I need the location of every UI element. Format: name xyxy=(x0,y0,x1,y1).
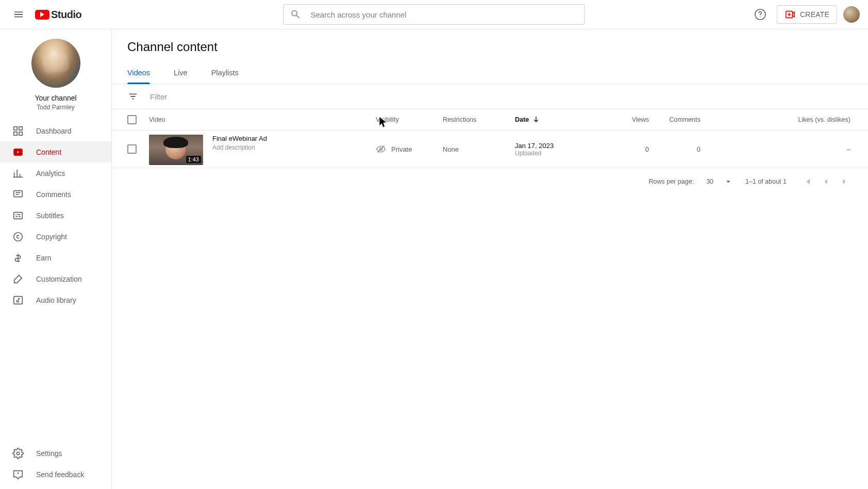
sidebar-item-comments[interactable]: Comments xyxy=(0,184,111,205)
hamburger-icon xyxy=(13,9,24,20)
date-cell: Jan 17, 2023 Uploaded xyxy=(515,142,597,157)
sidebar-item-label: Content xyxy=(36,148,61,156)
column-header-likes[interactable]: Likes (vs. dislikes) xyxy=(700,116,853,123)
subtitles-icon xyxy=(12,210,24,221)
rows-per-page-label: Rows per page: xyxy=(649,178,694,185)
sidebar-item-label: Customization xyxy=(36,275,82,283)
svg-rect-3 xyxy=(14,126,17,129)
column-header-comments[interactable]: Comments xyxy=(649,116,700,123)
column-header-restrictions[interactable]: Restrictions xyxy=(443,116,515,123)
video-duration: 1:43 xyxy=(186,156,201,163)
sidebar-item-settings[interactable]: Settings xyxy=(0,443,111,464)
first-page-button[interactable] xyxy=(799,173,815,190)
row-checkbox[interactable] xyxy=(127,144,137,154)
earn-icon xyxy=(12,252,24,264)
column-header-visibility[interactable]: Visibility xyxy=(376,116,443,123)
arrow-down-icon xyxy=(532,116,540,124)
video-thumbnail[interactable]: 1:43 xyxy=(149,135,203,165)
next-page-button[interactable] xyxy=(836,173,853,190)
column-header-video[interactable]: Video xyxy=(149,116,376,123)
help-icon xyxy=(754,8,766,21)
table-header-row: Video Visibility Restrictions Date Views… xyxy=(112,109,868,131)
tab-videos[interactable]: Videos xyxy=(127,63,150,84)
sidebar-item-analytics[interactable]: Analytics xyxy=(0,162,111,184)
search-input-wrapper[interactable] xyxy=(283,4,585,25)
youtube-play-icon xyxy=(35,10,49,20)
svg-rect-8 xyxy=(14,190,23,197)
sidebar-item-label: Copyright xyxy=(36,233,67,241)
create-icon xyxy=(784,9,796,20)
page-title: Channel content xyxy=(112,29,868,54)
sidebar-item-label: Send feedback xyxy=(36,470,84,479)
select-all-checkbox[interactable] xyxy=(127,115,137,124)
rows-per-page-value: 30 xyxy=(706,178,713,185)
sidebar-item-customization[interactable]: Customization xyxy=(0,268,111,289)
analytics-icon xyxy=(12,168,24,179)
svg-rect-4 xyxy=(19,126,22,129)
video-description-placeholder[interactable]: Add description xyxy=(212,144,267,151)
sidebar-item-content[interactable]: Content xyxy=(0,141,111,162)
eye-off-icon xyxy=(376,144,386,154)
feedback-icon xyxy=(12,469,24,480)
chevron-left-icon xyxy=(821,176,831,187)
tab-playlists[interactable]: Playlists xyxy=(211,63,239,84)
sidebar-item-label: Audio library xyxy=(36,296,76,304)
help-button[interactable] xyxy=(750,4,771,25)
hamburger-menu-button[interactable] xyxy=(8,4,29,25)
filter-input[interactable] xyxy=(150,92,853,101)
svg-point-10 xyxy=(14,232,23,241)
copyright-icon xyxy=(12,231,24,242)
search-icon xyxy=(290,9,302,20)
column-header-date[interactable]: Date xyxy=(515,116,597,124)
studio-logo[interactable]: Studio xyxy=(35,9,81,21)
create-button[interactable]: CREATE xyxy=(777,5,837,24)
likes-value: – xyxy=(700,145,853,153)
svg-point-12 xyxy=(16,452,20,455)
date-sub: Uploaded xyxy=(515,150,597,157)
channel-avatar[interactable] xyxy=(31,39,80,88)
comments-icon xyxy=(12,189,24,200)
filter-icon[interactable] xyxy=(127,91,139,102)
restrictions-value: None xyxy=(443,145,515,153)
sidebar-item-label: Dashboard xyxy=(36,127,72,135)
sidebar-item-earn[interactable]: Earn xyxy=(0,247,111,268)
content-tabs: Videos Live Playlists xyxy=(112,63,868,84)
prev-page-button[interactable] xyxy=(817,173,834,190)
tab-live[interactable]: Live xyxy=(174,63,188,84)
date-value: Jan 17, 2023 xyxy=(515,142,597,150)
sidebar-item-label: Subtitles xyxy=(36,211,64,220)
chevron-right-icon xyxy=(839,176,849,187)
logo-text: Studio xyxy=(51,9,81,21)
column-header-views[interactable]: Views xyxy=(597,116,649,123)
video-title[interactable]: Final eWebinar Ad xyxy=(212,135,267,142)
sidebar-item-subtitles[interactable]: Subtitles xyxy=(0,205,111,226)
first-page-icon xyxy=(802,176,812,187)
dashboard-icon xyxy=(12,125,24,137)
gear-icon xyxy=(12,448,24,459)
sidebar-item-label: Settings xyxy=(36,449,62,458)
sidebar-item-copyright[interactable]: Copyright xyxy=(0,226,111,247)
customization-icon xyxy=(12,273,24,285)
table-row[interactable]: 1:43 Final eWebinar Ad Add description P… xyxy=(112,131,868,168)
search-input[interactable] xyxy=(311,10,578,19)
sidebar-item-audio-library[interactable]: Audio library xyxy=(0,289,111,311)
account-avatar[interactable] xyxy=(843,6,860,23)
svg-rect-5 xyxy=(14,132,17,135)
content-icon xyxy=(12,146,24,158)
sidebar-item-label: Earn xyxy=(36,254,52,262)
visibility-cell[interactable]: Private xyxy=(376,144,443,154)
visibility-value: Private xyxy=(391,145,412,153)
rows-per-page-select[interactable]: 30 xyxy=(706,177,733,186)
svg-rect-11 xyxy=(14,296,23,304)
views-value: 0 xyxy=(597,145,649,153)
column-header-date-label: Date xyxy=(515,116,529,123)
sidebar-item-label: Comments xyxy=(36,190,71,199)
create-button-label: CREATE xyxy=(800,10,829,19)
sidebar-item-label: Analytics xyxy=(36,169,65,177)
sidebar-item-send-feedback[interactable]: Send feedback xyxy=(0,464,111,485)
sidebar-item-dashboard[interactable]: Dashboard xyxy=(0,120,111,141)
svg-point-1 xyxy=(760,17,761,18)
channel-header: Your channel Todd Parmley xyxy=(0,29,111,118)
page-range-text: 1–1 of about 1 xyxy=(745,178,787,185)
channel-name: Todd Parmley xyxy=(0,104,111,111)
